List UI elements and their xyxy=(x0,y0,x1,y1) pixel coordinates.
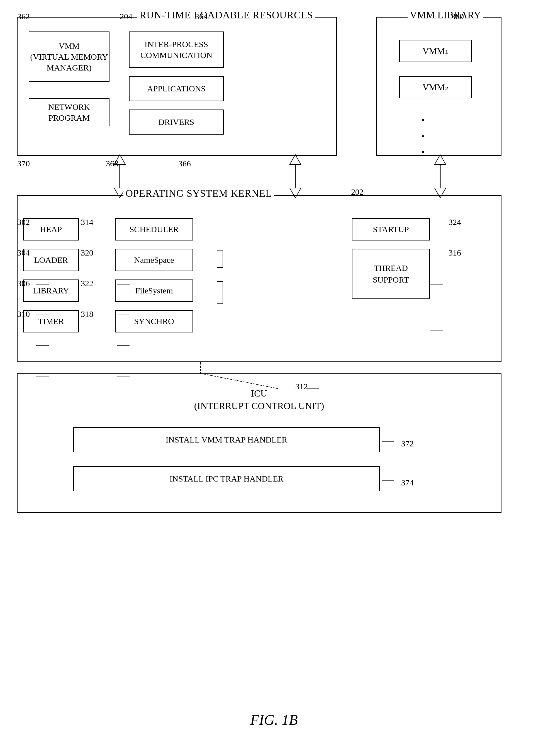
network-program-box: NETWORKPROGRAM xyxy=(29,98,109,126)
svg-marker-4 xyxy=(290,155,301,164)
applications-label: APPLICATIONS xyxy=(147,84,206,93)
ref-322: 322 xyxy=(81,279,93,288)
install-ipc-label: INSTALL IPC TRAP HANDLER xyxy=(170,474,284,483)
svg-marker-7 xyxy=(435,155,446,164)
vmm-box: VMM(VIRTUAL MEMORYMANAGER) xyxy=(29,31,109,82)
startup-label: STARTUP xyxy=(373,225,409,234)
ref-324: 324 xyxy=(449,217,461,227)
vmm-library-box: VMM LIBRARY VMM₁ VMM₂ ••• xyxy=(376,17,501,156)
ref-316: 316 xyxy=(449,248,461,257)
ref-364: 364 xyxy=(195,12,208,21)
icu-title-line2: (INTERRUPT CONTROL UNIT) xyxy=(18,401,501,411)
ipc-label: INTER-PROCESSCOMMUNICATION xyxy=(140,39,212,60)
figure-caption: FIG. 1B xyxy=(0,712,548,728)
library-label: LIBRARY xyxy=(33,286,69,295)
vmm2-label: VMM₂ xyxy=(422,82,448,93)
timer-label: TIMER xyxy=(38,317,64,326)
install-vmm-box: INSTALL VMM TRAP HANDLER xyxy=(73,427,380,452)
vmm2-box: VMM₂ xyxy=(399,76,472,98)
ref-374: 374 xyxy=(401,478,414,487)
library-box: LIBRARY xyxy=(23,279,79,302)
ref-314: 314 xyxy=(81,217,93,227)
loader-label: LOADER xyxy=(34,255,68,265)
vmm-dots: ••• xyxy=(422,112,425,161)
namespace-box: NameSpace xyxy=(115,249,193,271)
runtime-title: RUN-TIME LOADABLE RESOURCES xyxy=(137,9,315,21)
ref-362: 362 xyxy=(17,12,30,21)
ref-368: 368 xyxy=(106,159,118,168)
vmm1-box: VMM₁ xyxy=(399,40,472,62)
runtime-loadable-resources-box: RUN-TIME LOADABLE RESOURCES VMM(VIRTUAL … xyxy=(17,17,337,156)
ref-366: 366 xyxy=(178,159,191,168)
drivers-box: DRIVERS xyxy=(129,110,224,135)
network-label: NETWORKPROGRAM xyxy=(48,101,90,123)
loader-box: LOADER xyxy=(23,249,79,271)
ref-372: 372 xyxy=(401,439,414,448)
vmm-library-title: VMM LIBRARY xyxy=(408,9,483,21)
ref-370: 370 xyxy=(17,159,30,168)
ref-318: 318 xyxy=(81,309,93,319)
ipc-box: INTER-PROCESSCOMMUNICATION xyxy=(129,31,224,68)
drivers-label: DRIVERS xyxy=(159,117,194,127)
startup-box: STARTUP xyxy=(352,218,430,240)
filesystem-box: FileSystem xyxy=(115,279,193,302)
diagram-container: RUN-TIME LOADABLE RESOURCES VMM(VIRTUAL … xyxy=(0,0,548,756)
ref-202: 202 xyxy=(351,187,364,197)
ref-204: 204 xyxy=(120,12,132,21)
install-vmm-label: INSTALL VMM TRAP HANDLER xyxy=(166,435,288,444)
icu-title-line1: ICU xyxy=(18,388,501,399)
namespace-label: NameSpace xyxy=(134,255,174,265)
filesystem-label: FileSystem xyxy=(135,286,173,295)
ref-302: 302 xyxy=(17,217,30,227)
vmm-label: VMM(VIRTUAL MEMORYMANAGER) xyxy=(30,40,108,73)
vmm1-label: VMM₁ xyxy=(422,46,448,56)
ref-306: 306 xyxy=(17,279,30,288)
kernel-title: OPERATING SYSTEM KERNEL xyxy=(123,188,274,199)
thread-support-box: THREADSUPPORT xyxy=(352,249,430,299)
timer-box: TIMER xyxy=(23,310,79,332)
ref-312: 312 xyxy=(295,382,308,391)
applications-box: APPLICATIONS xyxy=(129,76,224,101)
scheduler-label: SCHEDULER xyxy=(130,225,179,234)
install-ipc-box: INSTALL IPC TRAP HANDLER xyxy=(73,466,380,491)
thread-support-label: THREADSUPPORT xyxy=(373,262,409,286)
scheduler-box: SCHEDULER xyxy=(115,218,193,240)
icu-box: ICU (INTERRUPT CONTROL UNIT) INSTALL VMM… xyxy=(17,373,501,513)
ref-380: 380 xyxy=(451,12,464,21)
synchro-box: SYNCHRO xyxy=(115,310,193,332)
ref-310: 310 xyxy=(17,309,30,319)
heap-box: HEAP xyxy=(23,218,79,240)
ref-304: 304 xyxy=(17,248,30,257)
ref-320: 320 xyxy=(81,248,93,257)
heap-label: HEAP xyxy=(40,225,62,234)
synchro-label: SYNCHRO xyxy=(134,317,174,326)
